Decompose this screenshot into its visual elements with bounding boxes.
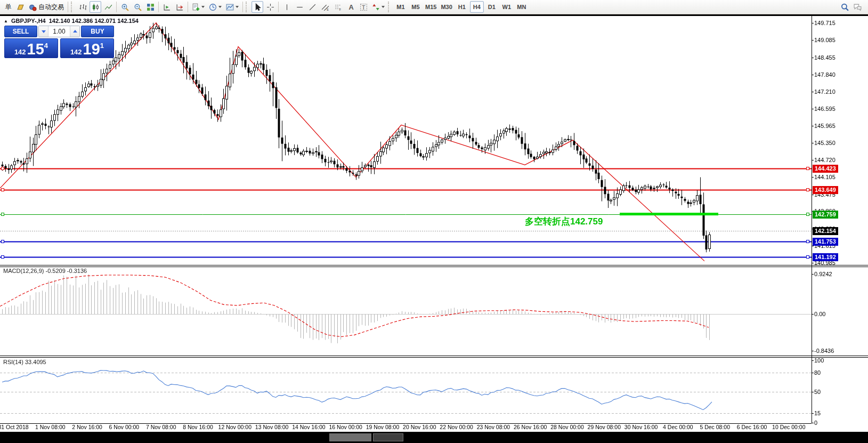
volume-increase-button[interactable] bbox=[70, 26, 79, 37]
chart-area: ▲ GBPJPY-,H4 142.140 142.386 142.071 142… bbox=[0, 14, 868, 432]
macd-tick-label: 0.9242 bbox=[814, 271, 832, 277]
dropdown-caret-icon[interactable] bbox=[382, 6, 385, 8]
templates-button[interactable] bbox=[224, 1, 240, 13]
bar-chart-icon bbox=[79, 3, 87, 11]
y-tick-label: 149.085 bbox=[814, 37, 835, 43]
pivot-annotation-text: 多空转折点142.759 bbox=[525, 215, 603, 228]
timeframe-m15-button[interactable]: M15 bbox=[424, 1, 438, 13]
toolbar-right-icons bbox=[838, 1, 864, 13]
price-tag-141.753[interactable]: 141.753 bbox=[813, 238, 838, 246]
text-button[interactable]: A bbox=[345, 1, 356, 13]
buy-button[interactable]: BUY bbox=[81, 26, 114, 37]
label-button[interactable]: T bbox=[358, 1, 369, 13]
toolbar-separator bbox=[68, 2, 68, 12]
toolbar-separator bbox=[278, 2, 279, 12]
toolbar-separator bbox=[158, 2, 159, 12]
taskbar-item[interactable] bbox=[373, 433, 403, 441]
line-chart-icon bbox=[104, 3, 112, 11]
volume-value[interactable]: 1.00 bbox=[48, 26, 70, 37]
sell-price-button[interactable]: 142 15 4 bbox=[4, 38, 58, 58]
crosshair-button[interactable] bbox=[264, 1, 276, 13]
auto-scroll-button[interactable] bbox=[161, 1, 173, 13]
zoom-out-button[interactable] bbox=[132, 1, 143, 13]
hline-button[interactable] bbox=[294, 1, 305, 13]
timeframe-mn-button[interactable]: MN bbox=[515, 1, 529, 13]
autotrading-button[interactable]: 自动交易 bbox=[27, 1, 66, 13]
tile-windows-icon bbox=[147, 3, 155, 11]
timeframe-w1-button[interactable]: W1 bbox=[500, 1, 514, 13]
line-chart-button[interactable] bbox=[102, 1, 114, 13]
price-tag-142.759[interactable]: 142.759 bbox=[813, 211, 838, 219]
toolbar-group: 单自动交易 bbox=[1, 0, 66, 14]
price-tag-143.649[interactable]: 143.649 bbox=[813, 186, 838, 194]
chat-button[interactable] bbox=[851, 1, 863, 13]
trendline-button[interactable] bbox=[306, 1, 318, 13]
svg-text:F: F bbox=[339, 8, 341, 11]
chat-icon bbox=[854, 3, 862, 11]
taskbar-item[interactable] bbox=[329, 433, 371, 441]
dropdown-caret-icon[interactable] bbox=[218, 6, 222, 8]
arrows-icon bbox=[372, 3, 380, 11]
timeframe-m5-button[interactable]: M5 bbox=[409, 1, 423, 13]
timeframe-h1-button[interactable]: H1 bbox=[455, 1, 469, 13]
collapse-triangle-icon[interactable]: ▲ bbox=[4, 19, 8, 23]
symbol-ohlc: 142.140 142.386 142.071 142.154 bbox=[49, 18, 139, 24]
volume-stepper: 1.00 bbox=[38, 26, 80, 37]
one-click-trading-panel: SELL 1.00 BUY 142 15 4 bbox=[4, 26, 114, 58]
channel-button[interactable]: E bbox=[319, 1, 331, 13]
triangle-up-icon bbox=[73, 30, 77, 33]
buy-price-button[interactable]: 142 19 1 bbox=[60, 38, 114, 58]
toolbar-grip[interactable] bbox=[388, 2, 391, 12]
search-button[interactable] bbox=[839, 1, 850, 13]
timeframe-h4-button[interactable]: H4 bbox=[470, 1, 484, 13]
zoom-in-button[interactable] bbox=[119, 1, 131, 13]
sell-price-prefix: 142 bbox=[14, 48, 26, 56]
fibonacci-button[interactable]: F bbox=[332, 1, 344, 13]
y-tick-label: 147.210 bbox=[814, 88, 835, 95]
svg-text:E: E bbox=[327, 8, 329, 11]
chart-shift-button[interactable] bbox=[174, 1, 185, 13]
rsi-tick-label: 100 bbox=[814, 357, 824, 364]
candlestick-button[interactable] bbox=[90, 1, 101, 13]
trendline-icon bbox=[309, 3, 317, 11]
dropdown-caret-icon[interactable] bbox=[201, 6, 205, 8]
symbol-header: ▲ GBPJPY-,H4 142.140 142.386 142.071 142… bbox=[4, 18, 139, 24]
periods-button[interactable] bbox=[207, 1, 223, 13]
toolbar-group bbox=[251, 0, 277, 14]
arrows-button[interactable] bbox=[370, 1, 386, 13]
timeframe-m30-button[interactable]: M30 bbox=[439, 1, 453, 13]
toolbar-group bbox=[118, 0, 157, 14]
dropdown-caret-icon[interactable] bbox=[236, 6, 239, 8]
toolbar-grip[interactable] bbox=[246, 2, 249, 12]
tile-windows-button[interactable] bbox=[144, 1, 156, 13]
svg-text:T: T bbox=[362, 4, 366, 10]
periods-icon bbox=[209, 3, 217, 11]
sell-button[interactable]: SELL bbox=[4, 26, 37, 37]
mt4-window: 单自动交易EFATM1M5M15M30H1H4D1W1MN ▲ GBPJPY-,… bbox=[0, 0, 868, 443]
search-icon bbox=[841, 3, 849, 11]
hline-icon bbox=[296, 3, 304, 11]
channel-icon: E bbox=[321, 3, 329, 11]
toolbar-grip[interactable] bbox=[71, 2, 74, 12]
gold-doc-button[interactable] bbox=[14, 1, 26, 13]
y-tick-label: 148.455 bbox=[814, 54, 835, 61]
price-tag-144.423[interactable]: 144.423 bbox=[813, 165, 838, 173]
timeframe-m1-button[interactable]: M1 bbox=[394, 1, 408, 13]
buy-price-prefix: 142 bbox=[70, 48, 82, 56]
y-tick-label: 145.965 bbox=[814, 123, 835, 129]
indicators-icon bbox=[192, 3, 200, 11]
fibonacci-icon: F bbox=[334, 3, 342, 11]
new-order-button[interactable]: 单 bbox=[2, 1, 13, 13]
volume-decrease-button[interactable] bbox=[39, 26, 48, 37]
text-icon: A bbox=[347, 3, 355, 11]
bar-chart-button[interactable] bbox=[77, 1, 88, 13]
chart-canvas[interactable] bbox=[0, 16, 868, 432]
timeframe-d1-button[interactable]: D1 bbox=[485, 1, 499, 13]
cursor-button[interactable] bbox=[252, 1, 263, 13]
buy-price-sup: 1 bbox=[100, 42, 104, 50]
vline-button[interactable] bbox=[281, 1, 293, 13]
symbol-title: GBPJPY-,H4 bbox=[11, 18, 46, 24]
price-tag-141.192[interactable]: 141.192 bbox=[813, 253, 838, 261]
templates-icon bbox=[226, 3, 234, 11]
indicators-button[interactable] bbox=[190, 1, 206, 13]
